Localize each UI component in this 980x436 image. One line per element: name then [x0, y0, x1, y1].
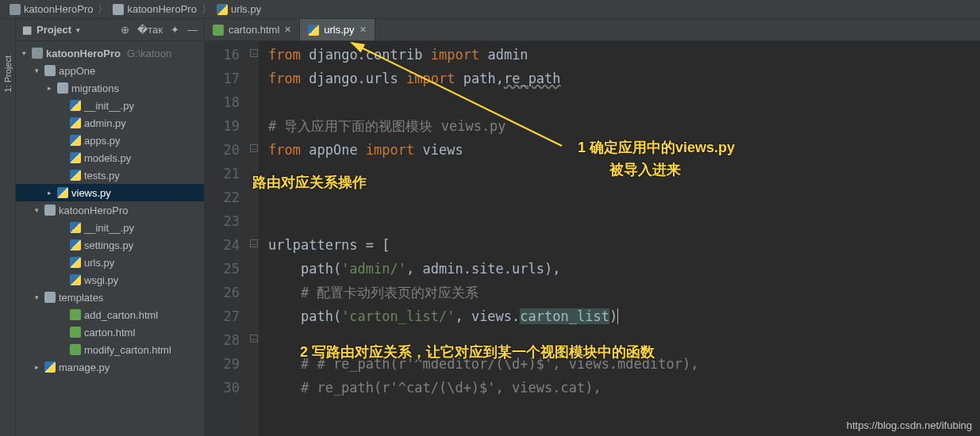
folder-icon — [57, 82, 68, 94]
tree-file-manage[interactable]: ▸manage.py — [16, 358, 204, 376]
python-icon — [70, 239, 81, 251]
tree-label: settings.py — [84, 239, 133, 251]
tree-label: add_carton.html — [84, 309, 158, 321]
line-number: 23 — [205, 209, 240, 233]
tree-file[interactable]: __init__.py — [16, 219, 204, 236]
tree-hint: G:\katoon — [127, 48, 171, 59]
tool-window-title: Project — [37, 24, 71, 36]
watermark: https://blog.csdn.net/ifubing — [847, 419, 972, 431]
tree-label: modify_carton.html — [84, 344, 171, 356]
tab-carton-html[interactable]: carton.html ✕ — [205, 19, 300, 40]
tree-label: templates — [59, 292, 103, 304]
line-number: 28 — [205, 328, 240, 352]
tree-file[interactable]: models.py — [16, 149, 204, 166]
tree-file[interactable]: urls.py — [16, 254, 204, 271]
tree-file[interactable]: settings.py — [16, 236, 204, 254]
line-number: 18 — [205, 90, 240, 114]
line-number: 30 — [205, 376, 240, 400]
line-number: 21 — [205, 162, 240, 185]
tab-label: urls.py — [324, 24, 354, 36]
python-icon — [70, 257, 81, 268]
code-area[interactable]: 16 17 18 19 20 21 22 23 24 25 26 27 28 2… — [205, 41, 980, 436]
tree-file[interactable]: add_carton.html — [16, 306, 204, 323]
python-icon — [70, 135, 81, 146]
tree-root[interactable]: ▾ katoonHeroPro G:\katoon — [16, 44, 204, 62]
tree-file[interactable]: __init__.py — [16, 97, 204, 114]
breadcrumb-file[interactable]: urls.py — [213, 3, 264, 15]
folder-icon — [32, 48, 43, 59]
fold-icon[interactable]: – — [250, 335, 258, 342]
code-content[interactable]: from django.contrib import admin from dj… — [259, 41, 980, 436]
tree-file[interactable]: tests.py — [16, 166, 204, 184]
chevron-down-icon[interactable]: ▾ — [32, 293, 41, 301]
locate-icon[interactable]: ⊕ — [121, 24, 129, 36]
close-icon[interactable]: ✕ — [359, 25, 367, 35]
tree-folder-templates[interactable]: ▾ templates — [16, 289, 204, 306]
fold-strip: – – – – — [249, 41, 259, 436]
breadcrumb: katoonHeroPro 〉 katoonHeroPro 〉 urls.py — [0, 0, 980, 19]
tree-label: urls.py — [84, 257, 114, 269]
tree-file[interactable]: apps.py — [16, 132, 204, 149]
project-tree[interactable]: ▾ katoonHeroPro G:\katoon ▾ appOne ▸ mig… — [16, 41, 204, 379]
breadcrumb-sub[interactable]: katoonHeroPro — [110, 3, 199, 15]
tree-folder-appone[interactable]: ▾ appOne — [16, 62, 204, 79]
python-icon — [308, 25, 319, 36]
editor: carton.html ✕ urls.py ✕ 16 17 18 19 20 2… — [205, 19, 980, 436]
folder-icon — [44, 205, 56, 216]
tree-label: migrations — [71, 82, 119, 94]
annotation-1-line2: 被导入进来 — [609, 160, 681, 179]
html-icon — [213, 25, 224, 36]
tab-urls-py[interactable]: urls.py ✕ — [300, 19, 375, 40]
collapse-icon[interactable]: �так — [137, 24, 163, 36]
hide-icon[interactable]: — — [187, 24, 198, 36]
line-number: 22 — [205, 185, 240, 209]
tool-window-tab-strip: 1: Project — [0, 19, 16, 436]
line-number: 19 — [205, 114, 240, 138]
python-icon — [70, 222, 81, 233]
project-icon: ▦ — [22, 24, 32, 36]
tree-file[interactable]: admin.py — [16, 114, 204, 132]
tree-folder-pkg[interactable]: ▾ katoonHeroPro — [16, 201, 204, 219]
tree-label: __init__.py — [84, 100, 134, 112]
line-number: 20 — [205, 138, 240, 162]
python-icon — [44, 361, 56, 373]
tree-file[interactable]: wsgi.py — [16, 271, 204, 289]
folder-icon — [44, 292, 56, 303]
folder-icon — [113, 4, 124, 15]
fold-icon[interactable]: – — [250, 144, 258, 152]
tree-file[interactable]: carton.html — [16, 323, 204, 341]
line-number: 29 — [205, 352, 240, 376]
chevron-down-icon[interactable]: ▾ — [32, 206, 41, 214]
tree-label: apps.py — [84, 135, 121, 147]
chevron-right-icon[interactable]: ▸ — [44, 189, 54, 197]
chevron-down-icon[interactable]: ▾ — [32, 67, 41, 75]
tree-label: appOne — [59, 65, 95, 77]
fold-icon[interactable]: – — [250, 239, 258, 247]
chevron-down-icon[interactable]: ▾ — [19, 49, 29, 57]
tree-folder-migrations[interactable]: ▸ migrations — [16, 79, 204, 97]
crumb-label: katoonHeroPro — [24, 3, 93, 15]
line-number: 24 — [205, 233, 240, 257]
chevron-right-icon: 〉 — [98, 2, 108, 17]
caret — [617, 308, 618, 324]
chevron-right-icon[interactable]: ▸ — [32, 363, 41, 371]
tab-label: carton.html — [229, 24, 279, 36]
breadcrumb-root[interactable]: katoonHeroPro — [6, 3, 96, 15]
line-number: 25 — [205, 257, 240, 281]
tree-label: carton.html — [84, 327, 135, 338]
annotation-3: 2 写路由对应关系，让它对应到某一个视图模块中的函数 — [300, 342, 655, 361]
chevron-down-icon[interactable]: ▾ — [76, 26, 80, 34]
folder-icon — [10, 4, 21, 15]
tree-label: tests.py — [84, 170, 120, 182]
chevron-right-icon[interactable]: ▸ — [44, 84, 54, 92]
tree-label: katoonHeroPro — [46, 48, 121, 59]
project-tool-tab[interactable]: 1: Project — [3, 51, 13, 97]
close-icon[interactable]: ✕ — [284, 25, 291, 35]
tree-label: models.py — [84, 152, 131, 164]
gear-icon[interactable]: ✦ — [171, 24, 179, 36]
python-icon — [70, 274, 81, 285]
tree-file[interactable]: modify_carton.html — [16, 341, 204, 358]
tree-file-views[interactable]: ▸views.py — [16, 184, 204, 201]
fold-icon[interactable]: – — [250, 49, 258, 57]
tool-window-header: ▦ Project ▾ ⊕ �так ✦ — — [16, 19, 204, 41]
